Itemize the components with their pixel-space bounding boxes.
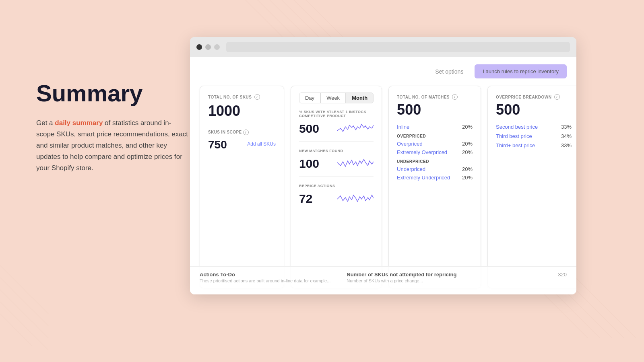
description-prefix: Get a (36, 119, 55, 127)
page-title: Summary (36, 80, 189, 106)
match-row-underpriced: Underpriced 20% (397, 166, 473, 172)
sku-card: TOTAL NO. OF SKUS i 1000 SKUS IN SCOPE i… (200, 86, 284, 288)
extremely-overpriced-link[interactable]: Extremely Overpriced (397, 149, 447, 155)
match-row-inline: Inline 20% (397, 124, 473, 130)
third-best-pct: 34% (561, 133, 572, 139)
sparkline-matches (337, 154, 374, 171)
browser-address-bar (226, 42, 570, 52)
add-all-skus-link[interactable]: Add all SKUs (247, 141, 276, 147)
svg-line-12 (0, 278, 48, 326)
svg-line-10 (572, 274, 636, 338)
bottom-bar: Actions To-Do These prioritised actions … (190, 266, 576, 294)
matches-card: TOTAL NO. OF MATCHES i 500 Inline 20% OV… (388, 86, 481, 288)
third-plus-best-link[interactable]: Third+ best price (496, 142, 535, 148)
browser-dot-maximize[interactable] (214, 44, 220, 50)
inline-link[interactable]: Inline (397, 124, 409, 130)
matches-info-icon[interactable]: i (452, 94, 458, 100)
scope-info-icon[interactable]: i (243, 130, 249, 135)
metric-reprice: REPRICE ACTIONS 72 (299, 184, 374, 206)
match-row-overpriced: Overpriced 20% (397, 141, 473, 147)
stats-grid: TOTAL NO. OF SKUS i 1000 SKUS IN SCOPE i… (190, 86, 576, 294)
overprice-total: 500 (496, 101, 572, 118)
underpriced-section-title: UNDERPRICED (397, 159, 473, 164)
sparkline-reprice (337, 189, 374, 206)
skus-not-repriced-section: Number of SKUs not attempted for reprici… (347, 272, 456, 290)
underpriced-link[interactable]: Underpriced (397, 166, 425, 172)
overprice-row-second: Second best price 33% (496, 124, 572, 130)
sku-scope-label: SKUS IN SCOPE i (208, 130, 276, 135)
metric-new-matches: NEW MATCHES FOUND 100 (299, 149, 374, 177)
third-best-link[interactable]: Third best price (496, 133, 532, 139)
browser-window: Set options Launch rules to reprice inve… (190, 37, 576, 294)
inline-pct: 20% (462, 124, 473, 130)
launch-rules-button[interactable]: Launch rules to reprice inventory (475, 64, 567, 78)
browser-dot-close[interactable] (196, 44, 202, 50)
actions-todo-text: These prioritised actions are built arou… (200, 278, 330, 283)
svg-line-14 (0, 302, 48, 350)
third-plus-best-pct: 33% (561, 142, 572, 148)
sku-card-label: TOTAL NO. OF SKUS i (208, 94, 276, 100)
app-content: Set options Launch rules to reprice inve… (190, 57, 576, 294)
time-tabs: Day Week Month (299, 93, 374, 103)
underpriced-pct: 20% (462, 166, 473, 172)
description-highlight: daily summary (55, 119, 103, 127)
overprice-header: OVERPRICE BREAKDOWN i (496, 94, 572, 100)
extremely-underpriced-link[interactable]: Extremely Underpriced (397, 175, 450, 181)
tab-week[interactable]: Week (320, 93, 346, 103)
match-row-extremely-underpriced: Extremely Underpriced 20% (397, 175, 473, 181)
sparkline-competitive (337, 119, 374, 136)
matches-total: 500 (397, 101, 473, 118)
bottom-num1: 320 (558, 272, 567, 278)
actions-todo-section: Actions To-Do These prioritised actions … (200, 272, 330, 290)
extremely-overpriced-pct: 20% (462, 149, 473, 155)
left-panel: Summary Get a daily summary of statistic… (36, 80, 189, 174)
metrics-card: Day Week Month % SKUS WITH ATLEAST 1 INS… (291, 86, 382, 288)
overpriced-link[interactable]: Overpriced (397, 141, 423, 147)
extremely-underpriced-pct: 20% (462, 175, 473, 181)
match-row-extremely-overpriced: Extremely Overpriced 20% (397, 149, 473, 155)
second-best-pct: 33% (561, 124, 572, 130)
overprice-row-third: Third best price 34% (496, 133, 572, 139)
metric-competitive: % SKUS WITH ATLEAST 1 INSTOCK COMPETITIV… (299, 110, 374, 142)
browser-chrome (190, 37, 576, 57)
tab-month[interactable]: Month (346, 93, 374, 103)
skus-not-repriced-title: Number of SKUs not attempted for reprici… (347, 272, 456, 278)
overprice-row-third-plus: Third+ best price 33% (496, 142, 572, 148)
app-topbar: Set options Launch rules to reprice inve… (190, 57, 576, 86)
skus-not-repriced-text: Number of SKUs with a price change... (347, 278, 456, 283)
browser-dot-minimize[interactable] (205, 44, 211, 50)
actions-todo-title: Actions To-Do (200, 272, 330, 278)
sku-total-value: 1000 (208, 104, 276, 118)
overpriced-section-title: OVERPRICED (397, 134, 473, 138)
description-text: Get a daily summary of statistics around… (36, 117, 189, 174)
svg-line-15 (0, 314, 32, 346)
description-suffix: of statistics around in-scope SKUs, smar… (36, 119, 188, 172)
sku-scope-value: 750 (208, 138, 227, 151)
svg-line-13 (0, 290, 48, 338)
overprice-info-icon[interactable]: i (554, 94, 560, 100)
overprice-card: OVERPRICE BREAKDOWN i 500 Second best pr… (487, 86, 576, 288)
matches-header: TOTAL NO. OF MATCHES i (397, 94, 473, 100)
overpriced-pct: 20% (462, 141, 473, 147)
second-best-link[interactable]: Second best price (496, 124, 538, 130)
set-options-button[interactable]: Set options (429, 65, 470, 78)
tab-day[interactable]: Day (299, 93, 320, 103)
sku-info-icon[interactable]: i (254, 94, 260, 100)
svg-line-11 (0, 265, 48, 314)
